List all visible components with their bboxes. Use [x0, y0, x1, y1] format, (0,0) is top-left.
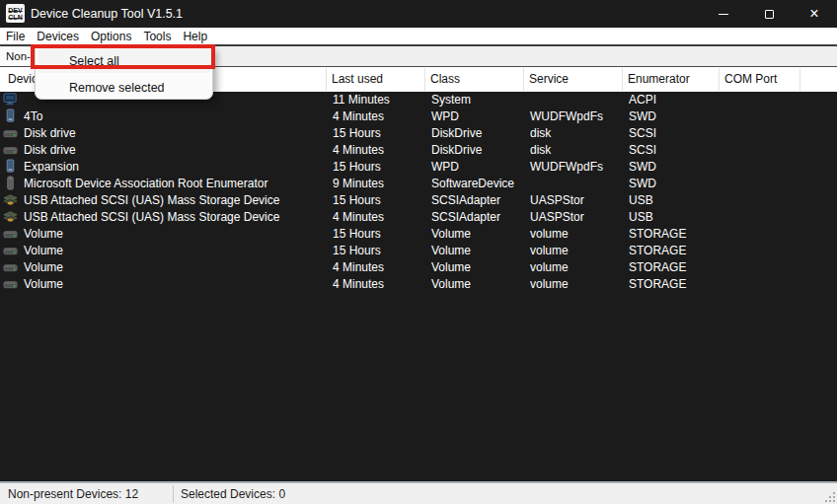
column-separator[interactable] — [424, 68, 425, 91]
device-name-cell: Volume — [24, 260, 63, 274]
last-used-cell: 4 Minutes — [333, 109, 384, 123]
class-cell: System — [431, 93, 471, 107]
service-cell: WUDFWpdFs — [530, 160, 603, 174]
class-cell: SCSIAdapter — [431, 193, 500, 207]
table-row[interactable]: Volume15 HoursVolumevolumeSTORAGE — [0, 226, 837, 243]
table-row[interactable]: Microsoft Device Association Root Enumer… — [0, 176, 837, 192]
last-used-cell: 15 Hours — [333, 160, 381, 174]
resize-grip-icon[interactable] — [833, 500, 835, 502]
enumerator-cell: SCSI — [629, 143, 656, 157]
enumerator-cell: STORAGE — [629, 260, 686, 274]
app-icon: DEV CLN — [6, 4, 25, 23]
app-icon-text-bottom: CLN — [8, 14, 22, 21]
last-used-cell: 4 Minutes — [333, 143, 384, 157]
table-row[interactable]: Expansion15 HoursWPDWUDFWpdFsSWD — [0, 159, 837, 176]
enumerator-cell: STORAGE — [629, 277, 686, 291]
device-name-cell: Disk drive — [24, 143, 76, 157]
menu-bar: File Devices Options Tools Help — [0, 28, 837, 44]
enumerator-cell: STORAGE — [629, 244, 686, 257]
device-name-cell: 4To — [24, 109, 42, 123]
minimize-icon — [719, 14, 728, 15]
device-name-cell: USB Attached SCSI (UAS) Mass Storage Dev… — [24, 210, 279, 224]
column-separator[interactable] — [326, 68, 327, 91]
uas-storage-icon — [3, 192, 18, 207]
last-used-cell: 9 Minutes — [333, 177, 384, 190]
enumerator-cell: STORAGE — [629, 227, 686, 241]
disk-drive-icon — [3, 142, 18, 157]
menu-tools[interactable]: Tools — [137, 29, 177, 44]
window-title: Device Cleanup Tool V1.5.1 — [31, 7, 183, 21]
table-row[interactable]: Volume15 HoursVolumevolumeSTORAGE — [0, 243, 837, 259]
device-list: 11 MinutesSystemACPI4To4 MinutesWPDWUDFW… — [0, 92, 837, 481]
enumerator-cell: SWD — [629, 160, 656, 174]
last-used-cell: 4 Minutes — [333, 277, 384, 291]
class-cell: Volume — [431, 244, 471, 257]
class-cell: SCSIAdapter — [431, 210, 500, 224]
external-drive-icon — [3, 159, 18, 174]
device-name-cell: Disk drive — [24, 126, 76, 140]
menu-devices[interactable]: Devices — [31, 29, 85, 44]
volume-icon — [3, 259, 18, 274]
column-header-enumerator[interactable]: Enumerator — [628, 72, 690, 86]
class-cell: DiskDrive — [431, 126, 482, 140]
column-header-last-used[interactable]: Last used — [332, 72, 383, 86]
class-cell: Volume — [431, 227, 471, 241]
close-button[interactable]: × — [792, 0, 837, 28]
minimize-button[interactable] — [701, 0, 746, 28]
device-name-cell: Microsoft Device Association Root Enumer… — [24, 177, 267, 190]
last-used-cell: 15 Hours — [333, 126, 381, 140]
title-bar: DEV CLN Device Cleanup Tool V1.5.1 × — [0, 0, 837, 28]
uas-storage-icon — [3, 209, 18, 224]
menu-options[interactable]: Options — [85, 29, 137, 44]
column-header-service[interactable]: Service — [529, 72, 569, 86]
class-cell: DiskDrive — [431, 143, 482, 157]
table-row[interactable]: Disk drive15 HoursDiskDrivediskSCSI — [0, 125, 837, 142]
generic-device-icon — [3, 176, 18, 190]
enumerator-cell: USB — [629, 210, 653, 224]
service-cell: UASPStor — [530, 193, 584, 207]
table-row[interactable]: Volume4 MinutesVolumevolumeSTORAGE — [0, 259, 837, 276]
service-cell: disk — [530, 126, 551, 140]
service-cell: disk — [530, 143, 551, 157]
column-separator[interactable] — [719, 68, 720, 91]
menu-item-remove-selected[interactable]: Remove selected — [36, 76, 212, 100]
column-separator[interactable] — [799, 68, 800, 91]
enumerator-cell: SWD — [629, 177, 656, 190]
table-row[interactable]: Volume4 MinutesVolumevolumeSTORAGE — [0, 276, 837, 293]
device-name-cell: Volume — [24, 227, 63, 241]
class-cell: WPD — [431, 160, 459, 174]
disk-drive-icon — [3, 125, 18, 140]
volume-icon — [3, 243, 18, 257]
column-separator[interactable] — [622, 68, 623, 91]
class-cell: Volume — [431, 277, 471, 291]
table-row[interactable]: 4To4 MinutesWPDWUDFWpdFsSWD — [0, 108, 837, 125]
device-name-cell: Volume — [24, 277, 63, 291]
column-header-class[interactable]: Class — [430, 72, 460, 86]
device-name-cell: USB Attached SCSI (UAS) Mass Storage Dev… — [24, 193, 279, 207]
table-row[interactable]: USB Attached SCSI (UAS) Mass Storage Dev… — [0, 192, 837, 209]
menu-file[interactable]: File — [0, 29, 31, 44]
table-row[interactable]: Disk drive4 MinutesDiskDrivediskSCSI — [0, 142, 837, 159]
maximize-button[interactable] — [746, 0, 792, 28]
status-bar: Non-present Devices: 12 Selected Devices… — [0, 481, 837, 504]
app-icon-text-top: DEV — [8, 7, 22, 14]
service-cell: WUDFWpdFs — [530, 109, 603, 123]
app-window: DEV CLN Device Cleanup Tool V1.5.1 × Fil… — [0, 0, 837, 504]
table-row[interactable]: USB Attached SCSI (UAS) Mass Storage Dev… — [0, 209, 837, 226]
service-cell: volume — [530, 260, 569, 274]
status-non-present-count: Non-present Devices: 12 — [8, 487, 138, 501]
annotation-highlight-box — [31, 44, 215, 69]
menu-help[interactable]: Help — [177, 29, 213, 44]
class-cell: Volume — [431, 260, 471, 274]
device-name-cell: Volume — [24, 244, 63, 257]
enumerator-cell: SWD — [629, 109, 656, 123]
column-header-com-port[interactable]: COM Port — [724, 72, 777, 86]
service-cell: volume — [530, 277, 569, 291]
service-cell: volume — [530, 227, 569, 241]
device-name-cell: Expansion — [24, 160, 79, 174]
volume-icon — [3, 276, 18, 291]
status-selected-count: Selected Devices: 0 — [181, 487, 285, 501]
status-separator — [173, 485, 174, 503]
column-separator[interactable] — [523, 68, 524, 91]
last-used-cell: 4 Minutes — [333, 260, 384, 274]
